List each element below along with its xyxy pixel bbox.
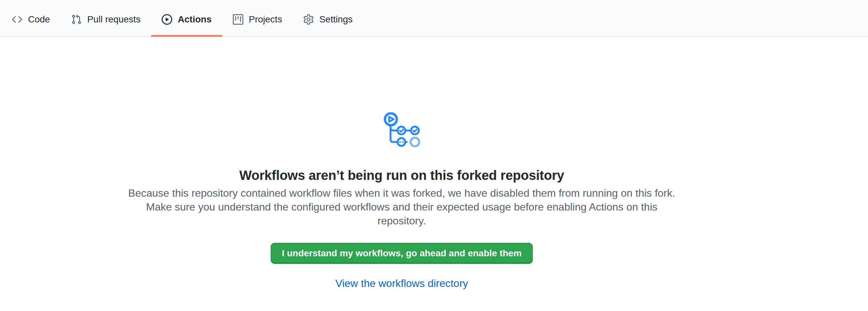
tab-label: Projects [249, 15, 282, 24]
main-content: Workflows aren’t being run on this forke… [0, 37, 803, 290]
git-pull-request-icon [71, 14, 82, 25]
workflow-graph-icon [383, 112, 421, 147]
blankslate-heading: Workflows aren’t being run on this forke… [239, 167, 564, 184]
code-icon [12, 14, 22, 25]
tab-label: Actions [178, 15, 212, 24]
workflows-disabled-blankslate: Workflows aren’t being run on this forke… [0, 37, 803, 290]
gear-icon [303, 14, 314, 25]
tab-settings[interactable]: Settings [293, 3, 363, 36]
project-board-icon [233, 14, 243, 25]
tab-label: Settings [319, 15, 353, 24]
blankslate-description: Because this repository contained workfl… [125, 186, 678, 228]
tab-projects[interactable]: Projects [222, 3, 293, 36]
tab-pull-requests[interactable]: Pull requests [61, 3, 151, 36]
tab-code[interactable]: Code [1, 3, 61, 36]
tab-label: Pull requests [87, 15, 141, 24]
tab-actions[interactable]: Actions [151, 3, 222, 36]
view-workflows-directory-link[interactable]: View the workflows directory [335, 276, 468, 290]
play-circle-icon [162, 14, 172, 25]
repo-tab-nav: Code Pull requests Actions Projects Sett [0, 0, 868, 37]
enable-workflows-button[interactable]: I understand my workflows, go ahead and … [271, 243, 533, 264]
tab-label: Code [28, 15, 50, 24]
actions-page: Code Pull requests Actions Projects Sett [0, 0, 868, 290]
